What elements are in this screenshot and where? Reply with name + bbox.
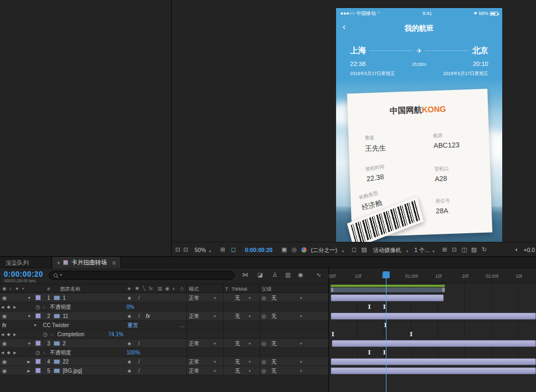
quality-switch-icon[interactable]: / (138, 357, 140, 366)
exposure-value[interactable]: +0.0 (524, 247, 535, 253)
comp-mini-flowchart-icon[interactable]: ⋈ (242, 271, 248, 278)
draft-3d-icon[interactable]: ◪ (257, 271, 263, 278)
blend-mode-select[interactable]: 正常 (189, 366, 199, 375)
hide-shy-layers-icon[interactable]: ♙ (272, 271, 278, 278)
keyframe-icon[interactable]: Ⅰ (331, 331, 335, 338)
expand-triangle-icon[interactable]: ▼ (27, 312, 31, 321)
work-area-bar[interactable] (331, 287, 445, 292)
prev-keyframe-icon[interactable]: ◀ (1, 302, 4, 312)
chevron-down-icon[interactable]: ▾ (342, 248, 344, 255)
parent-select[interactable]: 无 (271, 312, 277, 321)
property-row[interactable]: ◀ ◆ ▶ ◷ ∟ 不透明度 0% (0, 302, 329, 312)
expand-triangle-icon[interactable]: ▶ (27, 366, 30, 375)
prev-keyframe-icon[interactable]: ◀ (1, 348, 4, 357)
eye-icon[interactable]: ◉ (2, 357, 7, 366)
blend-mode-select[interactable]: 正常 (189, 339, 199, 348)
chevron-down-icon[interactable]: ▾ (214, 366, 216, 375)
chevron-down-icon[interactable]: ▾ (433, 248, 435, 255)
snapshot-camera-icon[interactable]: ▣ (281, 246, 287, 253)
current-time-field[interactable]: 0:00:00:20 (4, 270, 43, 278)
expand-triangle-icon[interactable]: ▼ (33, 321, 37, 330)
layer-duration-bar[interactable] (331, 294, 444, 301)
layer-duration-bar[interactable] (332, 340, 536, 347)
chevron-down-icon[interactable]: ▾ (300, 339, 302, 348)
search-input[interactable]: ▾ (49, 271, 235, 280)
current-time-display[interactable]: 0:00:00:20 (245, 247, 272, 253)
panel-divider[interactable] (329, 268, 329, 392)
label-color-swatch[interactable] (35, 313, 41, 319)
layer-row[interactable]: ◉ ▶ 5 [BG.jpg] ♣ / 正常 ▾ 无 ▾ ◎ 无 ▾ (0, 366, 329, 375)
main-viewer-icon[interactable]: ⊡ (183, 246, 188, 253)
chevron-down-icon[interactable]: ▾ (214, 339, 216, 348)
pickwhip-icon[interactable]: ◎ (262, 339, 266, 348)
layer-duration-bar[interactable] (331, 313, 536, 320)
layer-row[interactable]: ◉ ▼ 3 2 ♣ / 正常 ▾ 无 ▾ ◎ 无 ▾ (0, 339, 329, 348)
fast-previews-icon[interactable]: ▨ (471, 246, 477, 253)
quality-switch-icon[interactable]: / (138, 293, 140, 302)
chevron-down-icon[interactable]: ▾ (214, 293, 216, 302)
view-camera-select[interactable]: 活动摄像机 (373, 247, 401, 253)
layer-name[interactable]: 11 (63, 312, 68, 321)
chevron-down-icon[interactable]: ▾ (214, 357, 216, 366)
resolution-select[interactable]: (二分之一) (311, 247, 337, 253)
shy-switch-icon[interactable]: ♣ (128, 293, 131, 302)
keyframe-icon[interactable]: Ⅰ (367, 304, 371, 310)
frame-blending-icon[interactable]: ▥ (285, 271, 291, 278)
refresh-icon[interactable]: ↻ (482, 246, 487, 253)
property-row[interactable]: ◀ ◆ ▶ ◷ ∟ Completion 74.1% (0, 330, 329, 339)
reset-link[interactable]: 重置 (128, 321, 138, 330)
eye-icon[interactable]: ◉ (2, 339, 7, 348)
graph-editor-icon[interactable]: ∿ (316, 271, 321, 278)
property-value[interactable]: 100% (126, 348, 140, 357)
blend-mode-select[interactable]: 正常 (189, 357, 199, 366)
layer-name[interactable]: 1 (63, 293, 66, 302)
effects-switch-icon[interactable]: fx (146, 312, 150, 321)
share-view-icon[interactable]: ⊡ (452, 246, 457, 253)
next-keyframe-icon[interactable]: ▶ (13, 348, 16, 357)
trkmat-select[interactable]: 无 (235, 357, 240, 366)
chevron-down-icon[interactable]: ▾ (249, 357, 251, 366)
view-layout-icon[interactable]: ⊞ (442, 246, 447, 253)
layer-name[interactable]: 2 (63, 339, 66, 348)
pickwhip-icon[interactable]: ◎ (262, 293, 266, 302)
close-icon[interactable]: × (57, 260, 60, 266)
chevron-down-icon[interactable]: ▾ (300, 312, 302, 321)
parent-select[interactable]: 无 (271, 293, 277, 302)
add-keyframe-icon[interactable]: ◆ (7, 302, 10, 312)
playhead-handle[interactable] (383, 271, 390, 278)
chevron-down-icon[interactable]: ▾ (300, 366, 302, 375)
pixel-aspect-icon[interactable]: ◫ (461, 246, 467, 253)
layer-name[interactable]: 22 (63, 357, 69, 366)
keyframe-icon[interactable]: Ⅰ (409, 331, 413, 338)
layer-name[interactable]: [BG.jpg] (63, 366, 82, 375)
add-keyframe-icon[interactable]: ◆ (7, 330, 10, 339)
tab-composition-label[interactable]: 卡片扭曲转场 (71, 258, 107, 267)
expand-triangle-icon[interactable]: ▶ (27, 357, 30, 366)
property-value[interactable]: 74.1% (108, 330, 123, 339)
quality-switch-icon[interactable]: / (138, 312, 140, 321)
grid-guides-icon[interactable]: ⊞ (220, 246, 225, 253)
stopwatch-icon[interactable]: ◷ (35, 348, 40, 357)
motion-blur-icon[interactable]: ◉ (298, 271, 303, 278)
trkmat-select[interactable]: 无 (235, 339, 240, 348)
show-snapshot-icon[interactable]: ◎ (292, 246, 297, 253)
tab-composition[interactable]: × 卡片扭曲转场 ≡ (51, 257, 121, 268)
show-channel-icon[interactable] (301, 247, 307, 253)
expand-triangle-icon[interactable]: ▼ (27, 293, 31, 302)
composition-view[interactable]: ●●●○○ 中国移动 ◠ 9:41 ✱ 58% ‹ 我的航班 上海 ✈ 北京 2… (336, 8, 502, 242)
eye-icon[interactable]: ◉ (2, 293, 7, 302)
label-color-swatch[interactable] (35, 295, 41, 300)
add-keyframe-icon[interactable]: ◆ (7, 348, 10, 357)
stopwatch-icon[interactable]: ◷ (43, 330, 48, 339)
label-color-swatch[interactable] (35, 368, 41, 373)
blend-mode-select[interactable]: 正常 (189, 312, 199, 321)
exposure-icon[interactable]: ◐ (515, 246, 519, 253)
chevron-down-icon[interactable]: ▾ (406, 248, 408, 255)
effect-row[interactable]: fx ▼ CC Twister 重置 ... (0, 321, 329, 330)
composition-viewer[interactable]: ●●●○○ 中国移动 ◠ 9:41 ✱ 58% ‹ 我的航班 上海 ✈ 北京 2… (172, 0, 536, 242)
keyframe-icon[interactable]: Ⅰ (367, 349, 371, 356)
layer-duration-bar[interactable] (331, 358, 536, 365)
chevron-down-icon[interactable]: ▾ (300, 357, 302, 366)
keyframe-icon[interactable]: Ⅰ (383, 322, 388, 329)
chevron-down-icon[interactable]: ▾ (249, 366, 251, 375)
